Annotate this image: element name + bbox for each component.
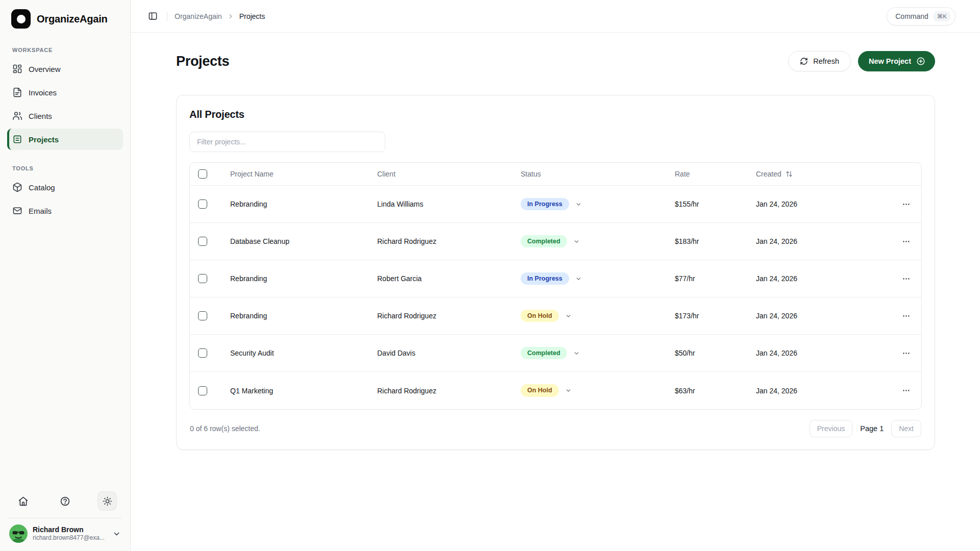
- table-body: Rebranding Linda Williams In Progress $1…: [190, 186, 921, 409]
- tools-section-label: TOOLS: [7, 165, 123, 171]
- sidebar-divider: [8, 518, 122, 518]
- project-name-cell: Rebranding: [222, 274, 369, 283]
- user-email: richard.brown8477@exa...: [33, 534, 107, 542]
- row-checkbox[interactable]: [198, 199, 207, 209]
- sidebar-item-label: Catalog: [29, 183, 55, 192]
- row-actions-button[interactable]: [899, 346, 914, 361]
- created-cell: Jan 24, 2026: [748, 237, 891, 245]
- sun-icon: [103, 496, 112, 506]
- status-select[interactable]: In Progress: [521, 198, 582, 211]
- table-row: Security Audit David Davis Completed $50…: [190, 335, 921, 372]
- row-actions-button[interactable]: [899, 383, 914, 398]
- sidebar-item-emails[interactable]: Emails: [7, 200, 123, 221]
- all-projects-card: All Projects Project Name Client Status …: [176, 95, 935, 450]
- refresh-button[interactable]: Refresh: [788, 51, 851, 71]
- chevron-down-icon: [573, 350, 580, 357]
- column-header-project-name: Project Name: [222, 170, 369, 178]
- content: Projects Refresh New Project All Project…: [131, 33, 980, 450]
- sidebar-toggle-button[interactable]: [146, 9, 160, 23]
- created-cell: Jan 24, 2026: [748, 312, 891, 320]
- status-select[interactable]: Completed: [521, 347, 580, 360]
- workspace-nav: Overview Invoices Clients Projects: [7, 58, 123, 150]
- sort-icon: [786, 170, 793, 178]
- project-name-cell: Rebranding: [222, 312, 369, 320]
- created-cell: Jan 24, 2026: [748, 349, 891, 357]
- rate-cell: $183/hr: [667, 237, 748, 245]
- sidebar-item-overview[interactable]: Overview: [7, 58, 123, 80]
- command-palette-button[interactable]: Command ⌘K: [887, 7, 955, 26]
- client-cell: Richard Rodriguez: [369, 237, 512, 245]
- project-name-cell: Q1 Marketing: [222, 387, 369, 395]
- chevron-right-icon: [227, 13, 234, 20]
- filter-projects-input[interactable]: [189, 132, 385, 152]
- status-select[interactable]: In Progress: [521, 272, 582, 285]
- ellipsis-icon: [902, 274, 911, 283]
- client-cell: Richard Rodriguez: [369, 312, 512, 320]
- chevron-down-icon: [575, 201, 582, 208]
- sidebar-item-label: Invoices: [29, 88, 57, 97]
- main-area: OrganizeAgain Projects Command ⌘K Projec…: [131, 0, 980, 551]
- sidebar-item-clients[interactable]: Clients: [7, 105, 123, 127]
- created-cell: Jan 24, 2026: [748, 200, 891, 208]
- selection-status: 0 of 6 row(s) selected.: [190, 424, 260, 433]
- status-badge: On Hold: [521, 310, 559, 322]
- select-all-checkbox[interactable]: [198, 169, 207, 179]
- table-row: Rebranding Linda Williams In Progress $1…: [190, 186, 921, 223]
- user-name: Richard Brown: [33, 525, 107, 535]
- sidebar: OrganizeAgain WORKSPACE Overview Invoice…: [0, 0, 131, 551]
- new-project-button[interactable]: New Project: [858, 51, 935, 71]
- sidebar-item-projects[interactable]: Projects: [7, 129, 123, 150]
- row-checkbox[interactable]: [198, 348, 207, 358]
- topbar: OrganizeAgain Projects Command ⌘K: [131, 0, 980, 33]
- breadcrumb-current: Projects: [239, 12, 265, 20]
- status-badge: Completed: [521, 235, 567, 248]
- sidebar-item-catalog[interactable]: Catalog: [7, 177, 123, 198]
- rate-cell: $155/hr: [667, 200, 748, 208]
- status-select[interactable]: On Hold: [521, 384, 572, 397]
- sidebar-item-label: Projects: [29, 135, 59, 144]
- row-actions-button[interactable]: [899, 197, 914, 212]
- avatar: [9, 524, 28, 543]
- breadcrumb-root[interactable]: OrganizeAgain: [175, 12, 222, 20]
- brand-name: OrganizeAgain: [37, 13, 108, 25]
- table-header-row: Project Name Client Status Rate Created: [190, 163, 921, 186]
- sidebar-footer-icons: [7, 491, 123, 511]
- column-header-rate: Rate: [667, 170, 748, 178]
- created-cell: Jan 24, 2026: [748, 274, 891, 283]
- projects-icon: [12, 134, 22, 144]
- ellipsis-icon: [902, 386, 911, 395]
- home-button[interactable]: [13, 491, 33, 511]
- command-kbd: ⌘K: [934, 11, 950, 21]
- status-select[interactable]: Completed: [521, 235, 580, 248]
- row-actions-button[interactable]: [899, 309, 914, 323]
- status-badge: Completed: [521, 347, 567, 360]
- user-profile[interactable]: Richard Brown richard.brown8477@exa...: [7, 524, 123, 543]
- ellipsis-icon: [902, 237, 911, 246]
- chevron-down-icon: [575, 276, 582, 282]
- row-checkbox[interactable]: [198, 386, 207, 395]
- user-info: Richard Brown richard.brown8477@exa...: [33, 525, 107, 542]
- rate-cell: $63/hr: [667, 387, 748, 395]
- next-page-button[interactable]: Next: [891, 420, 921, 437]
- sidebar-item-invoices[interactable]: Invoices: [7, 82, 123, 103]
- status-select[interactable]: On Hold: [521, 310, 572, 322]
- previous-page-button[interactable]: Previous: [810, 420, 852, 437]
- invoice-icon: [12, 87, 22, 97]
- row-checkbox[interactable]: [198, 311, 207, 320]
- row-actions-button[interactable]: [899, 271, 914, 286]
- workspace-section-label: WORKSPACE: [7, 47, 123, 53]
- ellipsis-icon: [902, 200, 911, 209]
- help-button[interactable]: [56, 491, 75, 511]
- column-header-created[interactable]: Created: [756, 170, 891, 178]
- row-actions-button[interactable]: [899, 234, 914, 249]
- table-row: Rebranding Richard Rodriguez On Hold $17…: [190, 297, 921, 335]
- ellipsis-icon: [902, 349, 911, 358]
- row-checkbox[interactable]: [198, 274, 207, 283]
- table-footer: 0 of 6 row(s) selected. Previous Page 1 …: [189, 420, 922, 437]
- theme-toggle-button[interactable]: [97, 491, 117, 511]
- panel-left-icon: [148, 11, 158, 21]
- sidebar-item-label: Emails: [29, 207, 52, 215]
- row-checkbox[interactable]: [198, 237, 207, 246]
- client-cell: Linda Williams: [369, 200, 512, 208]
- created-cell: Jan 24, 2026: [748, 387, 891, 395]
